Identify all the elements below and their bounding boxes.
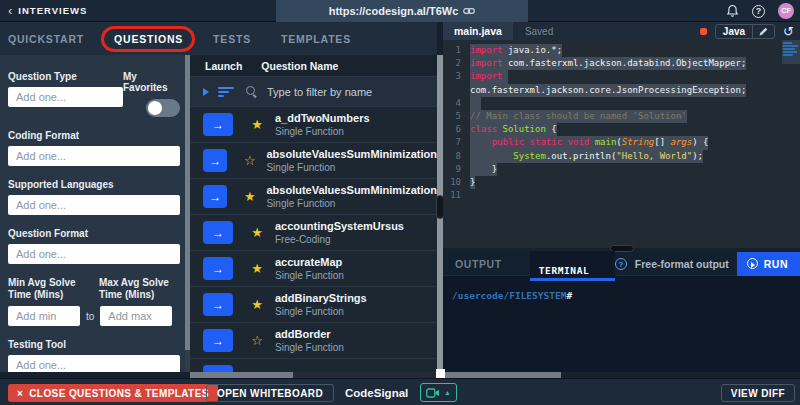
testing-tool-label: Testing Tool	[8, 339, 180, 350]
language-value[interactable]: Java	[716, 26, 752, 37]
launch-question-button[interactable]: →	[203, 293, 233, 316]
supported-languages-input[interactable]	[8, 195, 180, 215]
code-text: public static void main(String[] args) {	[470, 136, 708, 149]
question-format-input[interactable]	[8, 244, 180, 264]
topbar-icons: ? CF	[726, 0, 794, 22]
question-name: addBinaryStrings	[275, 292, 367, 304]
open-whiteboard-button[interactable]: OPEN WHITEBOARD	[206, 384, 334, 402]
edit-pencil-icon[interactable]	[753, 27, 774, 36]
free-format-output-label: Free-format output	[635, 258, 729, 270]
code-line: 4	[443, 97, 800, 110]
back-to-interviews[interactable]: ‹ INTERVIEWS	[8, 4, 87, 17]
filter-icon[interactable]	[218, 87, 234, 97]
link-icon	[463, 7, 475, 15]
launch-question-button[interactable]: →	[203, 221, 233, 244]
run-label: RUN	[764, 258, 788, 270]
terminal-panel[interactable]: /usercode/FILESYSTEM#	[443, 276, 800, 372]
question-row[interactable]: →☆absoluteValuesSumMinimizationSingle Fu…	[190, 143, 437, 179]
question-type: Single Function	[266, 162, 437, 173]
back-chevron-icon: ‹	[8, 4, 12, 17]
question-type: Single Function	[275, 126, 370, 137]
view-diff-button[interactable]: VIEW DIFF	[721, 384, 795, 402]
avatar[interactable]: CF	[778, 3, 794, 19]
code-line: com.fasterxml.jackson.core.JsonProcessin…	[443, 84, 800, 97]
launch-question-button[interactable]: →	[203, 257, 233, 280]
close-questions-templates-button[interactable]: × CLOSE QUESTIONS & TEMPLATES	[8, 384, 218, 402]
code-text: System.out.println("Hello, World");	[470, 150, 703, 163]
favorite-star-filled-icon[interactable]: ★	[249, 225, 265, 240]
save-status: Saved	[525, 26, 553, 37]
free-format-help-icon[interactable]: ?	[615, 258, 627, 270]
coding-format-input[interactable]	[8, 146, 180, 166]
min-solve-input[interactable]	[8, 306, 80, 326]
code-area[interactable]: 1import java.io.*;2import com.fasterxml.…	[443, 40, 800, 248]
testing-tool-input[interactable]	[8, 355, 180, 372]
coding-format-label: Coding Format	[8, 130, 180, 141]
code-line: 2import com.fasterxml.jackson.databind.O…	[443, 57, 800, 70]
max-solve-input[interactable]	[100, 306, 172, 326]
line-number: 1	[443, 44, 470, 57]
launch-question-button[interactable]: →	[203, 185, 227, 208]
favorite-star-filled-icon[interactable]: ★	[249, 297, 265, 312]
reset-code-icon[interactable]: ↺	[783, 25, 794, 38]
question-meta: accurateMapSingle Function	[275, 256, 344, 281]
launch-question-button[interactable]: →	[203, 329, 233, 352]
record-dot-icon	[700, 28, 707, 35]
question-row[interactable]: →★a_ddTwoNumbersSingle Function	[190, 107, 437, 143]
output-splitter[interactable]	[443, 248, 800, 252]
expand-groups-icon[interactable]	[203, 88, 209, 96]
camera-caret-icon: ▲	[444, 389, 451, 396]
question-meta: absoluteValuesSumMinimizationSingle Func…	[266, 184, 437, 209]
question-name: absoluteValuesSumMinimization	[266, 148, 437, 160]
line-number	[443, 84, 470, 97]
question-row[interactable]: →☆addBorderSingle Function	[190, 323, 437, 359]
question-row[interactable]: →★addBinaryStringsSingle Function	[190, 287, 437, 323]
tab-quickstart[interactable]: QUICKSTART	[8, 33, 84, 45]
favorite-star-filled-icon[interactable]: ★	[249, 117, 265, 132]
filter-by-name-input[interactable]: Type to filter by name	[267, 86, 372, 98]
question-name: accountingSystemUrsus	[275, 220, 404, 232]
question-tabs: QUICKSTART QUESTIONS TESTS TEMPLATES	[0, 22, 437, 55]
tab-questions-label: QUESTIONS	[114, 33, 183, 45]
question-meta: addBinaryStringsSingle Function	[275, 292, 367, 317]
question-meta: absoluteValuesSumMinimizationSingle Func…	[266, 148, 437, 173]
code-line: 3import	[443, 70, 800, 83]
video-camera-icon	[426, 388, 440, 398]
question-row[interactable]: →☆addEven	[190, 359, 437, 372]
help-icon[interactable]: ?	[752, 5, 765, 18]
line-number: 7	[443, 136, 470, 149]
question-rows: →★a_ddTwoNumbersSingle Function→☆absolut…	[190, 107, 437, 372]
question-row[interactable]: →★absoluteValuesSumMinimizationSingle Fu…	[190, 179, 437, 215]
tab-templates[interactable]: TEMPLATES	[281, 33, 351, 45]
favorite-star-filled-icon[interactable]: ★	[243, 189, 256, 204]
favorite-star-outline-icon[interactable]: ☆	[243, 153, 256, 168]
launch-question-button[interactable]: →	[203, 149, 227, 172]
launch-question-button[interactable]: →	[203, 113, 233, 136]
favorite-star-filled-icon[interactable]: ★	[249, 261, 265, 276]
question-type-input[interactable]	[8, 87, 123, 107]
play-icon	[747, 258, 758, 269]
run-button[interactable]: RUN	[737, 252, 800, 276]
back-label: INTERVIEWS	[18, 5, 87, 16]
question-name: addBorder	[275, 328, 344, 340]
question-row[interactable]: →★accountingSystemUrsusFree-Coding	[190, 215, 437, 251]
notifications-bell-icon[interactable]	[726, 4, 739, 18]
question-type-label: Question Type	[8, 71, 123, 82]
tab-output[interactable]: OUTPUT	[455, 258, 502, 270]
question-row[interactable]: →★accurateMapSingle Function	[190, 251, 437, 287]
favorite-star-outline-icon[interactable]: ☆	[249, 333, 265, 348]
camera-toggle-button[interactable]: ▲	[420, 383, 457, 402]
tab-questions[interactable]: QUESTIONS	[114, 33, 183, 45]
search-icon	[246, 86, 257, 97]
tab-terminal[interactable]: TERMINAL	[530, 251, 615, 281]
line-number: 3	[443, 70, 470, 83]
tab-tests[interactable]: TESTS	[213, 33, 251, 45]
code-text	[470, 97, 481, 110]
session-url[interactable]: https://codesign.al/T6Wc	[276, 0, 528, 22]
launch-question-button[interactable]: →	[203, 365, 233, 372]
terminal-prompt: /usercode/FILESYSTEM#	[452, 290, 572, 301]
close-x-icon: ×	[17, 388, 23, 399]
my-favorites-toggle[interactable]	[146, 99, 180, 117]
file-tab-main-java[interactable]: main.java	[443, 22, 513, 40]
question-name: absoluteValuesSumMinimization	[266, 184, 437, 196]
